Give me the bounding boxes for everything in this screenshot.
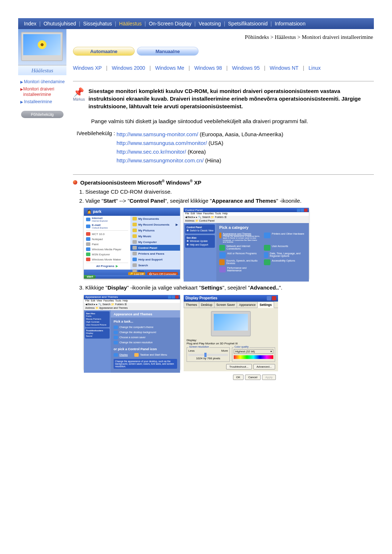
screenshot-row: Appearance and Themes File Edit View Fav…: [73, 293, 374, 376]
advanced-button[interactable]: Advanced...: [253, 364, 275, 369]
cp-item-appearance[interactable]: Appearance and ThemesChange the appearan…: [219, 232, 261, 243]
note-icon: 📌 Märkus: [73, 87, 85, 110]
dp-tab-settings[interactable]: Settings: [257, 302, 274, 308]
main-content: Põhiindeks > Häälestus > Monitori draive…: [66, 29, 374, 376]
nav-safety[interactable]: Ohutusjuhised: [41, 21, 78, 27]
resolution-value: 1024 by 768 pixels: [188, 357, 228, 360]
monitor-preview: [211, 311, 251, 336]
link-samsung-usa[interactable]: http://www.samsungusa.com/monitor/: [117, 140, 207, 146]
web-links-row: IVeebilehekülg : http://www.samsung-moni…: [73, 130, 374, 165]
os-link-linux[interactable]: Linux: [309, 65, 320, 71]
display-value: Plug and Play Monitor on 3D Prophet III: [187, 342, 275, 345]
appearance-themes-screenshot: Appearance and Themes File Edit View Fav…: [84, 295, 180, 369]
start-menu-user: 🙍 park: [84, 208, 180, 216]
nav-specs[interactable]: Spetsifikatsioonid: [226, 21, 270, 27]
start-menu-screenshot: 🙍 park InternetInternet Explorer E-mailO…: [84, 208, 180, 279]
os-link-list: Windows XP| Windows 2000| Windows Me| Wi…: [73, 65, 374, 81]
troubleshoot-button[interactable]: Troubleshoot...: [226, 364, 252, 369]
sidebar-section-title: Häälestus: [18, 65, 66, 75]
sidebar-item-connect[interactable]: ▶ Monitori ühendamine: [20, 78, 65, 85]
display-tooltip: Change the appearance of your desktop, s…: [114, 359, 177, 369]
nav-osd[interactable]: On-Screen Display: [147, 21, 194, 27]
sidebar-item-label: Monitori ühendamine: [24, 79, 65, 84]
start-menu-left: InternetInternet Explorer E-mailOutlook …: [84, 216, 130, 270]
steps-list: Klikkige "Display" -ikoonile ja valige v…: [73, 284, 374, 293]
screenshot-row: 🙍 park InternetInternet Explorer E-mailO…: [73, 206, 374, 284]
ok-button[interactable]: OK: [233, 375, 244, 380]
os-link-95[interactable]: Windows 95: [232, 65, 260, 71]
start-button[interactable]: start: [84, 275, 96, 279]
note-icon-label: Märkus: [73, 97, 85, 101]
region-text: (USA): [207, 140, 223, 146]
mode-tabs: Automaatne Manuaalne: [73, 47, 374, 56]
os-link-98[interactable]: Windows 98: [194, 65, 222, 71]
nav-troubleshoot[interactable]: Veaotsing: [196, 21, 223, 27]
start-menu-control-panel[interactable]: Control Panel: [130, 245, 180, 251]
link-samsung-monitor[interactable]: http://www.samsung-monitor.com/: [117, 131, 198, 137]
display-properties-screenshot: Display Properties Themes Desktop Screen…: [184, 295, 278, 371]
monitor-hero-image: [18, 29, 66, 65]
link-samsung-cn[interactable]: http://www.samsungmonitor.com.cn/: [117, 157, 204, 163]
sidebar-item-driver-install[interactable]: ▶ Monitori draiveri installeerimine: [20, 85, 65, 98]
steps-list: Sisestage CD CD-ROM draiverisse. Valige …: [73, 188, 374, 206]
heading-text: Windows: [166, 179, 190, 186]
color-quality-select[interactable]: Highest (32 bit)▾: [234, 349, 273, 354]
cancel-button[interactable]: Cancel: [245, 375, 261, 380]
divider: [73, 174, 374, 175]
display-label: Display:: [187, 339, 275, 342]
web-links-label: IVeebilehekülg :: [77, 130, 117, 165]
dp-tabs: Themes Desktop Screen Saver Appearance S…: [184, 302, 278, 308]
heading-text: Operatsioonisüsteem Microsoft: [80, 179, 162, 186]
tab-automatic[interactable]: Automaatne: [73, 47, 135, 56]
os-link-me[interactable]: Windows Me: [155, 65, 184, 71]
bullet-icon: [73, 180, 77, 185]
pick-category-heading: Pick a category: [216, 223, 309, 232]
os-link-2000[interactable]: Windows 2000: [112, 65, 145, 71]
nav-setup[interactable]: Häälestus: [117, 21, 144, 27]
dp-tab-themes[interactable]: Themes: [184, 302, 199, 308]
display-icon[interactable]: Display: [119, 353, 128, 356]
region-text: (Euroopa, Aasia, Lõuna-Ameerika): [198, 131, 283, 137]
prepare-paragraph: Pange valmis tühi diskett ja laadige sii…: [73, 114, 374, 130]
top-nav: Index| Ohutusjuhised| Sissejuhatus| Hääl…: [18, 18, 374, 29]
arrow-icon: ▶: [20, 79, 24, 84]
sidebar-item-label: Monitori draiveri installeerimine: [23, 86, 65, 97]
link-samsung-kr[interactable]: http://www.sec.co.kr/monitor/: [117, 149, 186, 155]
sidebar-item-install[interactable]: ▶ Installeerimine: [20, 98, 65, 105]
os-link-xp[interactable]: Windows XP: [73, 65, 102, 71]
step-item: Klikkige "Display" -ikoonile ja valige v…: [85, 284, 374, 293]
tab-manual[interactable]: Manuaalne: [137, 47, 199, 56]
dp-tab-appearance[interactable]: Appearance: [237, 302, 258, 308]
nav-sep: |: [38, 21, 41, 27]
dp-tab-screensaver[interactable]: Screen Saver: [214, 302, 237, 308]
heading-text: XP: [194, 179, 201, 186]
region-text: (Hiina): [204, 157, 221, 163]
os-heading-xp: Operatsioonisüsteem Microsoft® Windows® …: [73, 179, 374, 188]
sidebar: Häälestus ▶ Monitori ühendamine ▶ Monito…: [18, 29, 66, 376]
note-text: Sisestage monitori komplekti kuuluv CD-R…: [89, 87, 374, 110]
os-link-nt[interactable]: Windows NT: [270, 65, 298, 71]
note-block: 📌 Märkus Sisestage monitori komplekti ku…: [73, 81, 374, 114]
arrow-icon: ▶: [20, 99, 24, 104]
apply-button[interactable]: Apply: [262, 375, 276, 380]
step-item: Valige "Start" --> "Control Panel", seej…: [85, 197, 374, 206]
sidebar-item-label: Installeerimine: [24, 99, 52, 104]
start-menu-right: My Documents My Recent Documents ▶ My Pi…: [130, 216, 180, 270]
step-item: Sisestage CD CD-ROM draiverisse.: [85, 188, 374, 197]
nav-index[interactable]: Index: [22, 21, 38, 27]
arrow-icon: ▶: [20, 86, 23, 97]
region-text: (Korea): [186, 149, 206, 155]
nav-intro[interactable]: Sissejuhatus: [81, 21, 114, 27]
dp-tab-desktop[interactable]: Desktop: [199, 302, 215, 308]
nav-info[interactable]: Informatsioon: [273, 21, 308, 27]
resolution-slider[interactable]: [188, 354, 228, 356]
control-panel-screenshot: Control Panel File Edit View Favorites T…: [184, 208, 309, 279]
breadcrumb: Põhiindeks > Häälestus > Monitori draive…: [73, 33, 374, 47]
back-to-main-button[interactable]: Põhilehekülg: [21, 111, 64, 118]
